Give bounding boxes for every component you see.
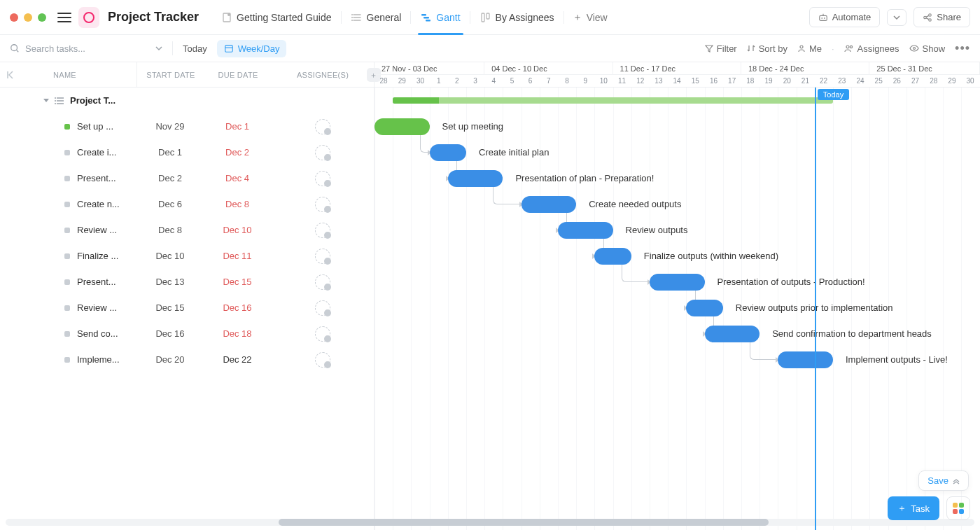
maximize-window-icon[interactable] <box>38 13 46 22</box>
task-start-date[interactable]: Dec 10 <box>136 251 204 261</box>
task-row[interactable]: Review ... Dec 8 Dec 10 <box>0 217 374 243</box>
add-assignee-icon[interactable] <box>315 249 330 264</box>
task-start-date[interactable]: Dec 20 <box>136 354 204 365</box>
task-start-date[interactable]: Dec 15 <box>136 302 204 313</box>
tab-general[interactable]: General <box>342 0 412 35</box>
task-row[interactable]: Finalize ... Dec 10 Dec 11 <box>0 243 374 269</box>
tab-by-assignees[interactable]: By Assignees <box>470 0 564 35</box>
task-due-date[interactable]: Dec 11 <box>204 251 271 261</box>
gantt-bar[interactable] <box>594 248 631 265</box>
minimize-window-icon[interactable] <box>24 13 32 22</box>
task-assignee[interactable] <box>271 249 374 264</box>
task-assignee[interactable] <box>271 197 374 212</box>
add-assignee-icon[interactable] <box>315 145 330 160</box>
sortby-button[interactable]: Sort by <box>747 43 788 54</box>
col-due[interactable]: Due Date <box>204 71 272 79</box>
add-assignee-icon[interactable] <box>315 223 330 238</box>
task-row[interactable]: Impleme... Dec 20 Dec 22 <box>0 347 374 372</box>
col-name[interactable]: NAME <box>22 71 136 79</box>
add-assignee-icon[interactable] <box>315 300 330 316</box>
collapse-icon[interactable] <box>43 99 49 102</box>
add-assignee-icon[interactable] <box>315 326 330 342</box>
task-assignee[interactable] <box>271 171 374 186</box>
status-square[interactable] <box>64 253 70 259</box>
task-start-date[interactable]: Dec 6 <box>136 199 204 209</box>
horizontal-scrollbar[interactable] <box>6 519 974 526</box>
task-start-date[interactable]: Dec 8 <box>136 225 204 235</box>
task-assignee[interactable] <box>271 223 374 238</box>
gantt-bar[interactable] <box>686 300 722 316</box>
status-square[interactable] <box>64 357 70 363</box>
status-square[interactable] <box>64 279 70 285</box>
summary-bar[interactable] <box>393 97 833 104</box>
me-filter[interactable]: Me <box>797 43 822 54</box>
add-assignee-icon[interactable] <box>315 197 330 212</box>
task-row[interactable]: Send co... Dec 16 Dec 18 <box>0 321 374 347</box>
task-row[interactable]: Present... Dec 13 Dec 15 <box>0 269 374 295</box>
new-task-button[interactable]: ＋ Task <box>888 496 939 520</box>
task-row[interactable]: Review ... Dec 15 Dec 16 <box>0 295 374 321</box>
status-square[interactable] <box>64 228 70 233</box>
task-row[interactable]: Create n... Dec 6 Dec 8 <box>0 191 374 217</box>
add-assignee-icon[interactable] <box>315 119 330 134</box>
show-button[interactable]: Show <box>909 43 946 54</box>
gantt-bar[interactable] <box>558 222 613 239</box>
tab-gantt[interactable]: Gantt <box>411 0 470 35</box>
task-group-row[interactable]: Project T... <box>0 88 374 113</box>
task-assignee[interactable] <box>271 145 374 160</box>
search-box[interactable] <box>10 43 162 54</box>
status-square[interactable] <box>64 150 70 155</box>
project-logo[interactable] <box>78 7 99 28</box>
task-due-date[interactable]: Dec 8 <box>204 199 271 209</box>
assignees-filter[interactable]: Assignees <box>844 43 899 54</box>
task-due-date[interactable]: Dec 4 <box>204 173 271 183</box>
scroll-thumb[interactable] <box>279 519 769 526</box>
col-assignee[interactable]: Assignee(s) <box>272 71 374 79</box>
task-row[interactable]: Present... Dec 2 Dec 4 <box>0 165 374 191</box>
more-menu[interactable]: ••• <box>955 41 970 56</box>
gantt-bar[interactable] <box>522 196 577 213</box>
task-start-date[interactable]: Dec 16 <box>136 328 204 339</box>
gantt-bar[interactable] <box>430 144 466 161</box>
add-assignee-icon[interactable] <box>315 274 330 290</box>
collapse-panel-icon[interactable] <box>0 70 22 80</box>
automate-dropdown[interactable] <box>887 9 906 26</box>
tab-getting-started[interactable]: Getting Started Guide <box>211 0 341 35</box>
gantt-body[interactable]: TodaySet up meetingCreate initial planPr… <box>374 88 980 530</box>
timescale-button[interactable]: Week/Day <box>217 40 287 57</box>
task-due-date[interactable]: Dec 10 <box>204 225 271 235</box>
task-start-date[interactable]: Dec 13 <box>136 277 204 287</box>
task-due-date[interactable]: Dec 15 <box>204 277 271 287</box>
task-assignee[interactable] <box>271 300 374 316</box>
add-assignee-icon[interactable] <box>315 352 330 368</box>
chevron-down-icon[interactable] <box>155 45 162 52</box>
task-assignee[interactable] <box>271 352 374 368</box>
save-button[interactable]: Save <box>918 470 969 491</box>
task-due-date[interactable]: Dec 16 <box>204 302 271 313</box>
task-start-date[interactable]: Dec 2 <box>136 173 204 183</box>
filter-button[interactable]: Filter <box>705 43 737 54</box>
col-start[interactable]: Start Date <box>137 71 204 79</box>
task-due-date[interactable]: Dec 2 <box>204 147 271 158</box>
automate-button[interactable]: Automate <box>809 7 881 27</box>
status-square[interactable] <box>64 176 70 181</box>
today-button[interactable]: Today <box>183 43 207 54</box>
task-due-date[interactable]: Dec 1 <box>204 121 271 132</box>
status-square[interactable] <box>64 331 70 337</box>
task-due-date[interactable]: Dec 18 <box>204 328 271 339</box>
search-input[interactable] <box>25 43 123 54</box>
status-square[interactable] <box>64 305 70 311</box>
task-row[interactable]: Set up ... Nov 29 Dec 1 <box>0 113 374 139</box>
close-window-icon[interactable] <box>10 13 18 22</box>
gantt-bar[interactable] <box>650 274 705 291</box>
task-due-date[interactable]: Dec 22 <box>204 354 271 365</box>
status-square[interactable] <box>64 124 70 130</box>
hamburger-icon[interactable] <box>57 12 71 23</box>
apps-button[interactable] <box>946 496 970 520</box>
add-view-button[interactable]: ＋ View <box>564 11 616 24</box>
task-row[interactable]: Create i... Dec 1 Dec 2 <box>0 139 374 165</box>
status-square[interactable] <box>64 202 70 207</box>
share-button[interactable]: Share <box>913 7 970 27</box>
task-assignee[interactable] <box>271 119 374 134</box>
task-start-date[interactable]: Dec 1 <box>136 147 204 158</box>
